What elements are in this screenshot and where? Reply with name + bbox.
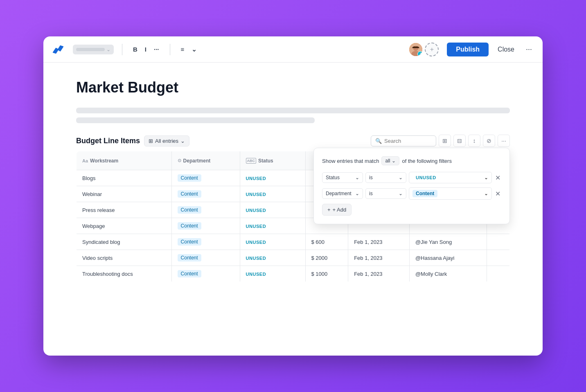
status-badge: UNUSED — [246, 272, 266, 277]
filter-button[interactable]: ⊟ — [453, 135, 466, 147]
all-entries-button[interactable]: ⊞ All entries ⌄ — [144, 135, 189, 146]
filter-value-1[interactable]: UNUSED ⌄ — [409, 172, 492, 183]
filter-value-badge-2: Content — [412, 190, 437, 197]
sort-button[interactable]: ↕ — [468, 135, 480, 147]
align-group: ≡ ⌄ — [178, 44, 200, 55]
search-icon: 🔍 — [375, 138, 382, 144]
filter-add-button[interactable]: + + Add — [322, 204, 352, 216]
filter-value-chevron-1: ⌄ — [484, 175, 488, 180]
content-area: Market Budget Budget Line Items ⊞ All en… — [43, 63, 543, 294]
entries-chevron: ⌄ — [180, 138, 185, 144]
col-workstream: Aa Workstream — [77, 151, 172, 170]
align-chevron[interactable]: ⌄ — [189, 44, 199, 55]
filter-row-1: Status ⌄ is ⌄ UNUSED ⌄ ✕ — [322, 172, 501, 183]
cell-department: Content — [171, 186, 240, 202]
cell-workstream: Troubleshooting docs — [77, 266, 172, 282]
filter-field-label-1: Status — [326, 175, 340, 180]
department-badge: Content — [178, 270, 201, 277]
grid-icon: ⊞ — [149, 138, 153, 144]
filter-row-2: Department ⌄ is ⌄ Content ⌄ ✕ — [322, 187, 501, 200]
all-entries-label: All entries — [155, 138, 178, 144]
status-badge: UNUSED — [246, 208, 266, 213]
db-title-group: Budget Line Items ⊞ All entries ⌄ — [76, 135, 189, 146]
table-row: Troubleshooting docs Content UNUSED $ 10… — [77, 266, 510, 282]
main-window: ⌄ B I ··· ≡ ⌄ — [43, 36, 543, 356]
filter-panel: Show entries that match all ⌄ of the fol… — [313, 148, 510, 224]
cell-workstream: Video scripts — [77, 250, 172, 266]
cell-amount: $ 600 — [305, 234, 348, 250]
workstream-label: Workstream — [90, 158, 118, 164]
filter-header: Show entries that match all ⌄ of the fol… — [322, 156, 501, 165]
cell-department: Content — [171, 202, 240, 218]
cell-status: UNUSED — [240, 202, 305, 218]
cell-status: UNUSED — [240, 266, 305, 282]
more-db-button[interactable]: ··· — [498, 135, 510, 147]
filter-op-label-1: is — [369, 175, 373, 180]
filter-field-chevron-2: ⌄ — [355, 191, 359, 196]
publish-button[interactable]: Publish — [447, 43, 489, 56]
separator-2 — [170, 44, 170, 55]
cell-owner: @Hassana Ajayi — [409, 250, 487, 266]
filter-remove-2[interactable]: ✕ — [494, 189, 501, 198]
filter-field-chevron-1: ⌄ — [355, 175, 359, 180]
col-status: ABC Status — [240, 151, 305, 170]
filter-add-icon: + — [327, 207, 331, 213]
cell-workstream: Webinar — [77, 186, 172, 202]
breadcrumb[interactable]: ⌄ — [73, 45, 114, 54]
cell-status: UNUSED — [240, 250, 305, 266]
filter-field-2[interactable]: Department ⌄ — [322, 188, 363, 199]
italic-button[interactable]: I — [142, 44, 149, 54]
grid-view-button[interactable]: ⊞ — [439, 135, 451, 147]
align-button[interactable]: ≡ — [178, 44, 187, 54]
close-button[interactable]: Close — [494, 43, 518, 56]
cell-department: Content — [171, 218, 240, 234]
filter-field-1[interactable]: Status ⌄ — [322, 172, 363, 183]
search-box[interactable]: 🔍 — [371, 135, 436, 146]
table-row: Video scripts Content UNUSED $ 2000 Feb … — [77, 250, 510, 266]
breadcrumb-bar — [76, 48, 105, 51]
col-department: ⊙ Department — [171, 151, 240, 170]
filter-op-label-2: is — [369, 191, 373, 196]
cell-date: Feb 1, 2023 — [348, 266, 410, 282]
cell-owner: @Molly Clark — [409, 266, 487, 282]
db-header: Budget Line Items ⊞ All entries ⌄ 🔍 ⊞ ⊟ … — [76, 135, 510, 147]
department-icon: ⊙ — [178, 158, 181, 163]
cell-workstream: Syndicated blog — [77, 234, 172, 250]
more-button[interactable]: ··· — [523, 43, 534, 55]
status-badge: UNUSED — [246, 224, 266, 229]
status-icon: ABC — [246, 158, 257, 164]
cell-department: Content — [171, 234, 240, 250]
match-chevron: ⌄ — [392, 158, 396, 164]
avatar-badge: J — [417, 51, 423, 57]
toolbar: ⌄ B I ··· ≡ ⌄ — [43, 36, 543, 63]
filter-add-label: + Add — [333, 207, 347, 213]
status-label: Status — [258, 158, 273, 164]
more-format-button[interactable]: ··· — [151, 44, 162, 54]
hide-fields-button[interactable]: ⊘ — [483, 135, 495, 147]
filter-match-select[interactable]: all ⌄ — [381, 156, 399, 165]
cell-status: UNUSED — [240, 170, 305, 186]
avatar-add-button[interactable]: + — [425, 43, 439, 56]
cell-amount: $ 2000 — [305, 250, 348, 266]
department-badge: Content — [178, 238, 201, 246]
filter-operator-1[interactable]: is ⌄ — [365, 172, 406, 183]
match-value: all — [385, 158, 390, 164]
search-input[interactable] — [384, 138, 432, 144]
filter-remove-1[interactable]: ✕ — [494, 173, 501, 182]
filter-header-prefix: Show entries that match — [322, 158, 379, 164]
bold-button[interactable]: B — [131, 44, 140, 54]
table-row: Syndicated blog Content UNUSED $ 600 Feb… — [77, 234, 510, 250]
db-title: Budget Line Items — [76, 137, 140, 145]
cell-status: UNUSED — [240, 186, 305, 202]
breadcrumb-chevron: ⌄ — [106, 47, 110, 52]
logo — [52, 43, 65, 56]
status-badge: UNUSED — [246, 192, 266, 197]
cell-department: Content — [171, 170, 240, 186]
filter-value-chevron-2: ⌄ — [484, 191, 488, 196]
filter-value-2[interactable]: Content ⌄ — [409, 187, 492, 200]
filter-operator-2[interactable]: is ⌄ — [365, 188, 406, 199]
db-actions: 🔍 ⊞ ⊟ ↕ ⊘ ··· — [371, 135, 510, 147]
filter-value-badge-1: UNUSED — [412, 174, 440, 181]
cell-status: UNUSED — [240, 218, 305, 234]
skeleton-line-1 — [76, 108, 510, 113]
